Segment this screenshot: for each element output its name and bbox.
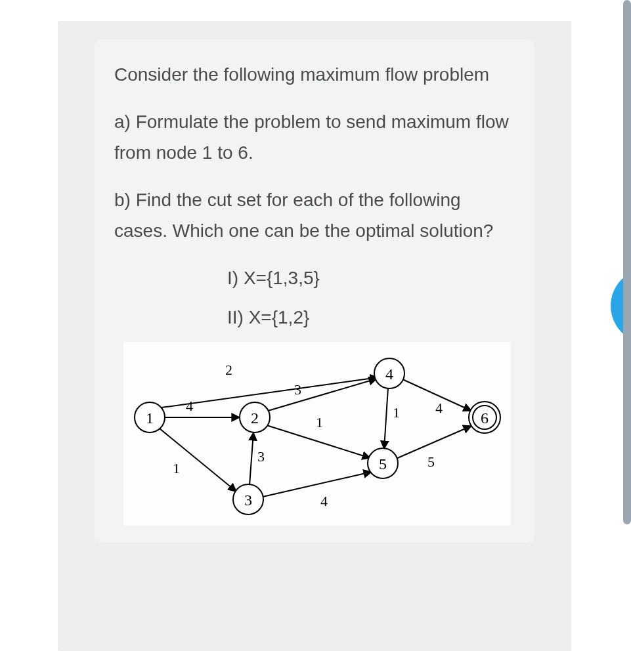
- node-5: 5: [368, 448, 398, 478]
- node-4: 4: [374, 358, 404, 388]
- question-case-2: II) X={1,2}: [114, 302, 515, 333]
- svg-text:4: 4: [385, 366, 393, 383]
- flow-network-svg: 2 4 1 3 3 1: [123, 342, 511, 526]
- question-part-b: b) Find the cut set for each of the foll…: [114, 184, 515, 247]
- edge-2-4: [268, 379, 377, 411]
- node-2: 2: [240, 402, 270, 432]
- edge-1-2-label: 4: [186, 398, 193, 414]
- edge-3-5: [263, 472, 372, 497]
- flow-network-diagram: 2 4 1 3 3 1: [123, 342, 511, 526]
- edge-2-5-label: 1: [316, 414, 323, 430]
- edge-1-4: [162, 377, 378, 408]
- question-card: Consider the following maximum flow prob…: [95, 39, 534, 543]
- svg-text:5: 5: [379, 455, 387, 472]
- edge-2-4-label: 3: [294, 381, 301, 398]
- node-3: 3: [233, 484, 263, 514]
- edge-5-6-label: 5: [427, 453, 435, 470]
- edge-1-3: [160, 429, 236, 492]
- svg-text:1: 1: [146, 410, 154, 427]
- question-part-a: a) Formulate the problem to send maximum…: [114, 106, 515, 169]
- scrollbar-track[interactable]: [623, 0, 631, 672]
- node-1: 1: [135, 402, 165, 432]
- edge-1-4-label: 2: [225, 362, 232, 378]
- edge-4-5: [384, 388, 388, 449]
- edge-3-2: [250, 432, 253, 485]
- svg-text:6: 6: [481, 410, 489, 427]
- svg-text:2: 2: [251, 410, 259, 427]
- scrollbar-thumb[interactable]: [623, 0, 631, 524]
- edge-4-6-label: 4: [435, 400, 443, 416]
- edge-3-2-label: 3: [257, 448, 265, 465]
- question-card-outer: Consider the following maximum flow prob…: [58, 21, 571, 651]
- svg-text:3: 3: [244, 492, 252, 509]
- node-6: 6: [469, 402, 500, 433]
- edge-4-5-label: 1: [393, 404, 400, 421]
- question-intro: Consider the following maximum flow prob…: [114, 59, 515, 91]
- edge-3-5-label: 4: [320, 493, 328, 509]
- question-case-1: I) X={1,3,5}: [114, 262, 515, 294]
- edge-1-3-label: 1: [173, 460, 180, 476]
- page-viewport: Consider the following maximum flow prob…: [0, 0, 631, 672]
